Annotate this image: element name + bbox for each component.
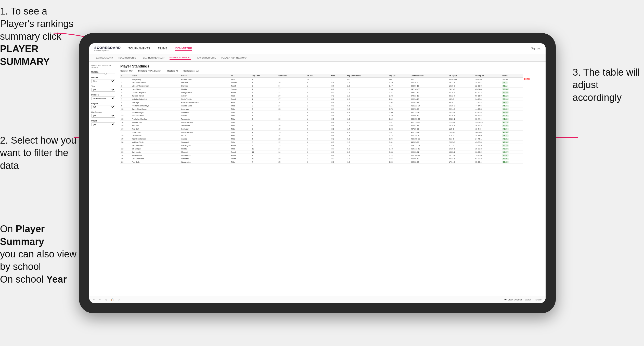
table-row[interactable]: 22Ian GilliganFloridaThird1024168.7-0.81…	[120, 147, 543, 150]
tablet-device: SCOREBOARD Powered by clippd TOURNAMENTS…	[79, 33, 556, 313]
conference-select[interactable]: (All)	[91, 114, 115, 118]
table-row[interactable]: 19Tiger ChristensenArizonaThird523269.2-…	[120, 137, 543, 141]
conference-filter-display: Conference: All	[183, 70, 199, 72]
year-select[interactable]: (All) First Second Third Fourth Fifth	[91, 88, 115, 92]
tablet-screen: SCOREBOARD Powered by clippd TOURNAMENTS…	[89, 43, 546, 303]
col-yr: Yr	[230, 74, 251, 78]
gender-select[interactable]: Men Women	[91, 79, 115, 83]
player-standings-table: # Player School Yr Reg Rank Conf Rank No…	[120, 74, 543, 164]
nav-item-teams[interactable]: TEAMS	[158, 46, 168, 51]
table-row[interactable]: 16Alex GoffKentuckyFifth819068.3-1.71.92…	[120, 127, 543, 131]
gender-filter-display: Gender: Men	[120, 70, 133, 72]
col-no-rds: No. Rds.	[306, 74, 330, 78]
table-row[interactable]: 8Mats EgeEast Tennessee StateFifth124268…	[120, 101, 543, 104]
update-time-label: Update time:	[91, 64, 101, 66]
update-time-section: Update time: 27/03/2024 16:56:26	[91, 64, 115, 69]
table-row[interactable]: 15Jake HallTennesseeFifth718068.5-1.51.6…	[120, 124, 543, 127]
sub-nav-player-h2h-grid[interactable]: PLAYER H2H GRID	[196, 56, 216, 60]
player-select[interactable]: (All)	[91, 122, 115, 126]
table-row[interactable]: 21Tashawn SonaWashingtonFourth423168.9-1…	[120, 144, 543, 147]
slider-thumb[interactable]	[105, 73, 107, 75]
step-on-text: On Player Summary you can also view by s…	[0, 223, 79, 286]
table-row[interactable]: 2Michael Le SassoOle MissSecond118067.1-…	[120, 81, 543, 84]
col-player: Player	[131, 74, 180, 78]
eye-icon: 👁	[504, 298, 507, 301]
col-points: Points	[501, 74, 523, 78]
table-row[interactable]: 3Michael ThorbjornsenStanfordFourth28168…	[120, 84, 543, 88]
col-school: School	[180, 74, 230, 78]
sidebar: Update time: 27/03/2024 16:56:26 No Rds.…	[89, 62, 117, 296]
player-label: Player	[91, 120, 115, 122]
clock-button[interactable]: ⏱	[117, 298, 121, 301]
table-row[interactable]: 1Wenyi DingArizona StateFirst1115167.1-3…	[120, 78, 543, 81]
sub-nav-player-summary[interactable]: PLAYER SUMMARY	[170, 56, 191, 60]
col-avg-sg: Avg SG	[388, 74, 410, 78]
instruction-right: 3. The table will adjust accordingly	[573, 66, 644, 104]
col-overall-record: Overall Record	[410, 74, 448, 78]
division-select[interactable]: NCAA Division I NCAA Division II	[91, 96, 115, 100]
division-filter-display: Division: NCAA Division I	[138, 70, 162, 72]
region-filter: Region N/A All	[91, 102, 115, 109]
no-rds-label: No Rds.	[91, 71, 115, 73]
col-adj-score: Adj. Score to Par	[346, 74, 388, 78]
slider-track	[91, 74, 115, 74]
table-row[interactable]: 18Luke PowellUCLAFirst424169.1-1.81.1350…	[120, 134, 543, 137]
no-rds-filter: No Rds.	[91, 71, 115, 74]
table-row[interactable]: 11Gordon SargentVanderbiltThird421068.7-…	[120, 111, 543, 114]
view-original-button[interactable]: 👁 View: Original	[504, 298, 522, 301]
table-row[interactable]: 5Christo LamprechtGeorgia TechFourth2212…	[120, 91, 543, 94]
sub-nav-team-h2h-heatmap[interactable]: TEAM H2H HEATMAP	[141, 56, 164, 60]
table-row[interactable]: 10Jacob Skov OlesenArkansasFifth323068.4…	[120, 107, 543, 111]
logo-sub: Powered by clippd	[94, 50, 121, 51]
no-rds-slider[interactable]	[91, 74, 115, 74]
main-content: Update time: 27/03/2024 16:56:26 No Rds.…	[89, 62, 546, 296]
watch-button[interactable]: Watch	[524, 298, 532, 301]
table-row[interactable]: 26Petr HrubyWashingtonFifth725068.6-1.61…	[120, 160, 543, 164]
logo-area: SCOREBOARD Powered by clippd	[94, 46, 121, 51]
division-filter: Division NCAA Division I NCAA Division I…	[91, 94, 115, 100]
table-row[interactable]: 25Cole SherwoodVanderbiltFourth1223168.3…	[120, 157, 543, 160]
table-row[interactable]: 6Jackson KoivunAuburnFirst127167.3-2.02.…	[120, 94, 543, 98]
table-row[interactable]: 4Luke ClatonFloridaSecond127268.2-1.61.9…	[120, 88, 543, 91]
table-area: Player Standings Gender: Men Division: N…	[117, 62, 546, 296]
conference-filter: Conference (All)	[91, 111, 115, 118]
table-filters: Gender: Men Division: NCAA Division I Re…	[120, 70, 543, 72]
logo-text: SCOREBOARD	[94, 46, 121, 50]
table-row[interactable]: 13Phichaksn MaichonTexas A&MThird630169.…	[120, 117, 543, 121]
table-row[interactable]: 20Matthew RiedelVanderbiltFifth922068.8-…	[120, 141, 543, 144]
share-button[interactable]: Share	[534, 298, 543, 301]
player-filter: Player (All)	[91, 120, 115, 126]
year-filter: Year (All) First Second Third Fourth Fif…	[91, 85, 115, 92]
table-title: Player Standings	[120, 64, 543, 68]
col-vs-top50: Vs Top 50	[474, 74, 501, 78]
table-row[interactable]: 14Maxwell FordNorth CarolinaThird522069.…	[120, 121, 543, 124]
table-row[interactable]: 12Brendan ValdesAuburnFifth517068.4-1.11…	[120, 114, 543, 117]
undo-button[interactable]: ↩	[92, 298, 96, 301]
table-row[interactable]: 23Jack LundinMissouriFourth1124068.6-2.5…	[120, 150, 543, 154]
table-row[interactable]: 24Bastien AmatNew MexicoFourth127269.4-1…	[120, 154, 543, 157]
nav-right: Sign out	[531, 47, 540, 50]
table-row[interactable]: 17David FordNorth CarolinaThird419069.2-…	[120, 131, 543, 134]
slider-fill	[91, 74, 106, 74]
table-row[interactable]: 7Nicholas GabrielzikNorth FloridaFourth1…	[120, 98, 543, 101]
copy-button[interactable]: ⎘	[105, 298, 108, 301]
gender-filter: Gender Men Women	[91, 76, 115, 83]
col-vs-top25: Vs Top 25	[448, 74, 474, 78]
col-wins: Wins	[330, 74, 346, 78]
paste-button[interactable]: 📋	[110, 298, 115, 301]
sub-nav-player-h2h-heatmap[interactable]: PLAYER H2H HEATMAP	[221, 56, 247, 60]
sub-nav-team-summary[interactable]: TEAM SUMMARY	[94, 56, 113, 60]
col-reg-rank: Reg Rank	[251, 74, 277, 78]
gender-label: Gender	[91, 76, 115, 79]
step2-text: 2. Select how you want to filter the dat…	[0, 134, 79, 172]
nav-items: TOURNAMENTS TEAMS COMMITTEE	[128, 46, 531, 51]
sign-out-link[interactable]: Sign out	[531, 47, 540, 50]
sub-nav-team-h2h-grid[interactable]: TEAM H2H GRID	[118, 56, 136, 60]
conference-label: Conference	[91, 111, 115, 113]
nav-item-tournaments[interactable]: TOURNAMENTS	[128, 46, 150, 51]
table-row[interactable]: 9Preston SummerhaysArizona StateThird324…	[120, 104, 543, 107]
col-rank: #	[120, 74, 131, 78]
region-select[interactable]: N/A All	[91, 105, 115, 109]
nav-item-committee[interactable]: COMMITTEE	[175, 46, 192, 51]
redo-button[interactable]: ↪	[98, 298, 102, 301]
